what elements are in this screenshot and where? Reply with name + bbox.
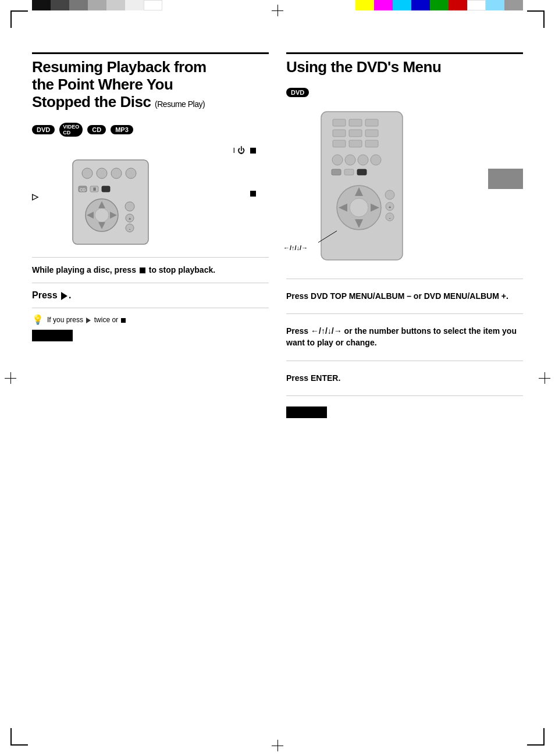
svg-text:+: + [389,205,392,210]
divider-3 [32,308,269,308]
divider-right-3 [286,361,523,361]
badge-dvd: DVD [32,125,55,134]
badge-dvd-right: DVD [286,88,309,97]
badge-mp3: MP3 [111,125,133,134]
svg-text:⏸: ⏸ [92,187,97,192]
corner-br [527,728,545,746]
title-line1: Resuming Playback from [32,58,207,76]
svg-point-3 [111,168,122,179]
svg-text:+: + [129,216,131,222]
svg-rect-23 [349,119,362,126]
stop-label [249,190,257,197]
divider-2 [32,283,269,283]
svg-point-2 [97,168,107,179]
remote-svg-right: + - [304,109,420,263]
crosshair-right [539,372,550,384]
svg-point-39 [350,198,368,217]
step1-text: While playing a disc, press to stop play… [32,265,269,276]
right-step2-content: Press ←/↑/↓/→ or the number buttons to s… [286,326,517,347]
format-badges: DVD VIDEOCD CD MP3 [32,123,269,137]
crosshair-top [272,5,283,16]
svg-point-33 [358,155,368,165]
play-arrow-label: ▷ [32,192,38,201]
remote-area-left: ▷ CD ⏸ [32,157,269,250]
remote-area-right: ←/↑/↓/→ [286,109,523,266]
divider-1 [32,257,269,258]
step1-text2: to stop playback. [149,265,215,274]
step2-press: Press [32,290,58,300]
svg-rect-26 [349,130,362,137]
svg-text:-: - [129,226,131,231]
divider-right-1 [286,279,523,279]
tip-icon: 💡 [32,314,44,325]
crosshair-left [5,372,16,384]
left-title: Resuming Playback from the Point Where Y… [32,59,269,111]
svg-rect-35 [332,169,341,175]
nav-arrows-label: ←/↑/↓/→ [283,244,308,251]
power-line: I ⏻ [32,146,257,155]
step2-text: Press . [32,290,269,301]
svg-point-32 [345,155,355,165]
svg-rect-29 [349,140,362,147]
svg-rect-28 [333,140,346,147]
left-section-header: Resuming Playback from the Point Where Y… [32,52,269,111]
right-title-text: Using the DVD's Menu [286,58,441,76]
right-section-header: Using the DVD's Menu [286,52,523,76]
top-color-bar-right [355,0,523,10]
tip-section: 💡 If you press twice or [32,315,269,325]
right-step1-text: Press DVD TOP MENU/ALBUM – or DVD MENU/A… [286,291,523,302]
svg-point-31 [332,155,343,165]
right-step3-content: Press ENTER. [286,373,340,383]
svg-point-1 [82,168,92,179]
svg-point-34 [371,155,381,165]
svg-rect-25 [333,130,346,137]
title-small: (Resume Play) [155,99,205,109]
step1-text-content: While playing a disc, press [32,265,136,274]
svg-text:-: - [389,215,391,220]
corner-tl [10,10,28,28]
corner-tr [527,10,545,28]
svg-rect-22 [333,119,346,126]
title-line2: the Point Where You [32,76,173,93]
svg-rect-36 [344,169,354,175]
svg-point-16 [125,202,134,211]
title-line3: Stopped the Disc [32,93,151,110]
svg-rect-37 [357,169,367,175]
right-column: Using the DVD's Menu DVD ←/↑/↓/→ [286,52,523,724]
svg-point-11 [95,208,109,222]
main-content: Resuming Playback from the Point Where Y… [32,52,523,724]
right-step3-text: Press ENTER. [286,373,523,384]
right-step1-content: Press DVD TOP MENU/ALBUM – or DVD MENU/A… [286,291,508,301]
divider-right-2 [286,313,523,314]
remote-svg-left: CD ⏸ + - [49,157,166,250]
right-title: Using the DVD's Menu [286,59,523,76]
stop-symbol [140,268,145,273]
more-block-left [32,330,73,341]
svg-text:CD: CD [80,188,86,192]
badge-video-cd: VIDEOCD [59,123,83,137]
svg-rect-24 [365,119,378,126]
divider-right-4 [286,395,523,396]
svg-rect-30 [365,140,378,147]
tip-text: If you press twice or [47,315,127,325]
play-symbol [61,292,67,300]
crosshair-bottom [272,740,283,751]
right-step2-text: Press ←/↑/↓/→ or the number buttons to s… [286,326,523,348]
left-column: Resuming Playback from the Point Where Y… [32,52,269,724]
svg-rect-9 [102,186,110,192]
svg-point-4 [126,168,136,179]
corner-bl [10,728,28,746]
svg-point-44 [385,190,394,199]
top-color-bar-left [32,0,162,10]
right-badges: DVD [286,88,523,97]
svg-rect-27 [365,130,378,137]
more-block-right [286,406,327,418]
badge-cd: CD [87,125,106,134]
step1-area: I ⏻ ▷ CD [32,146,269,345]
